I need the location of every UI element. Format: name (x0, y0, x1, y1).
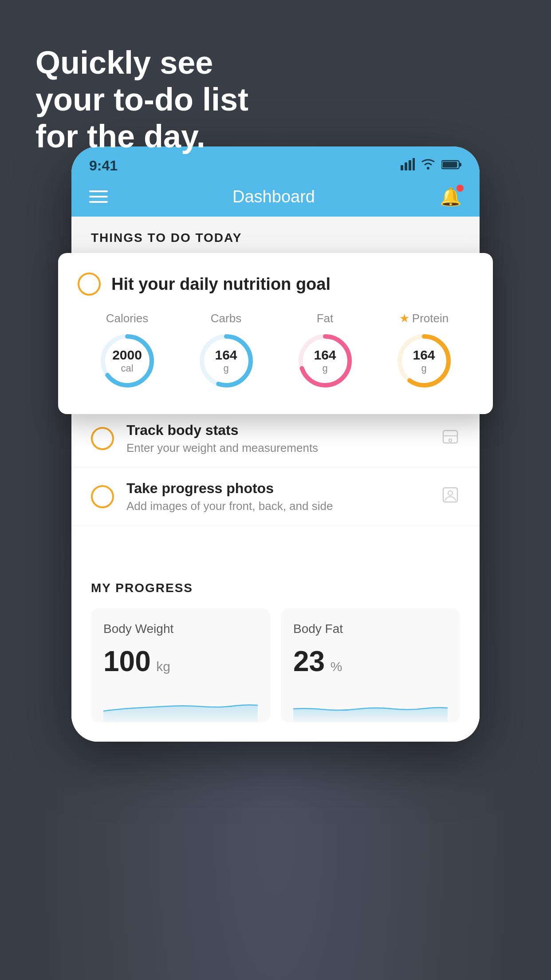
task-circle-photos (91, 485, 114, 508)
person-icon (441, 485, 460, 509)
body-weight-value: 100 (103, 645, 151, 677)
protein-ring: 164 g (393, 330, 455, 392)
fat-ring: 164 g (294, 330, 356, 392)
carbs-unit: g (215, 363, 237, 374)
star-icon: ★ (399, 312, 409, 325)
task-name-photos: Take progress photos (126, 480, 428, 497)
svg-rect-2 (409, 160, 411, 170)
svg-point-13 (448, 491, 453, 495)
protein-label-container: ★ Protein (399, 312, 449, 325)
headline-line1: Quickly see (35, 44, 248, 81)
nutrition-grid: Calories 2000 cal Carbs (78, 312, 473, 392)
fat-label: Fat (317, 312, 334, 325)
fat-value: 164 (314, 348, 336, 363)
body-fat-title: Body Fat (293, 622, 448, 636)
body-fat-unit: % (331, 659, 342, 674)
svg-rect-9 (443, 431, 457, 443)
svg-rect-6 (443, 162, 457, 168)
nutrition-fat[interactable]: Fat 164 g (294, 312, 356, 392)
headline: Quickly see your to-do list for the day. (35, 44, 248, 154)
progress-cards: Body Weight 100 kg (91, 609, 460, 742)
headline-line3: for the day. (35, 118, 248, 155)
scale-icon (441, 427, 460, 450)
calories-value: 2000 (112, 348, 142, 363)
svg-rect-1 (405, 162, 407, 170)
status-icons (401, 158, 462, 174)
body-fat-value-area: 23 % (293, 645, 448, 678)
headline-line2: your to-do list (35, 81, 248, 118)
body-fat-value: 23 (293, 645, 325, 677)
body-weight-value-area: 100 kg (103, 645, 258, 678)
task-desc-bodystats: Enter your weight and measurements (126, 441, 428, 455)
nutrition-calories[interactable]: Calories 2000 cal (96, 312, 158, 392)
notification-bell[interactable]: 🔔 (440, 186, 462, 207)
calories-unit: cal (112, 363, 142, 374)
task-item-bodystats[interactable]: Track body stats Enter your weight and m… (71, 410, 480, 468)
things-section-title: THINGS TO DO TODAY (91, 231, 460, 245)
svg-point-11 (449, 439, 452, 442)
calories-label: Calories (106, 312, 148, 325)
calories-ring: 2000 cal (96, 330, 158, 392)
body-weight-chart (103, 687, 258, 722)
card-title: Hit your daily nutrition goal (111, 275, 331, 294)
wifi-icon (420, 158, 436, 174)
card-header: Hit your daily nutrition goal (78, 273, 473, 296)
fat-unit: g (314, 363, 336, 374)
task-content-bodystats: Track body stats Enter your weight and m… (126, 422, 428, 455)
hamburger-menu[interactable] (89, 190, 108, 203)
task-circle-bodystats (91, 427, 114, 450)
task-name-bodystats: Track body stats (126, 422, 428, 439)
body-fat-card[interactable]: Body Fat 23 % (281, 609, 460, 722)
nav-bar: Dashboard 🔔 (71, 177, 480, 217)
notification-dot (457, 185, 464, 192)
carbs-label: Carbs (211, 312, 241, 325)
protein-value: 164 (413, 348, 435, 363)
signal-icon (401, 158, 415, 174)
svg-rect-7 (459, 163, 461, 166)
progress-title: MY PROGRESS (91, 581, 460, 595)
svg-rect-3 (413, 158, 415, 170)
task-content-photos: Take progress photos Add images of your … (126, 480, 428, 513)
progress-section: MY PROGRESS Body Weight 100 kg (71, 561, 480, 742)
card-check-circle (78, 273, 101, 296)
body-weight-unit: kg (156, 659, 170, 674)
floating-nutrition-card: Hit your daily nutrition goal Calories 2… (58, 253, 493, 414)
svg-rect-0 (401, 165, 403, 170)
battery-icon (441, 159, 462, 172)
body-weight-card[interactable]: Body Weight 100 kg (91, 609, 270, 722)
phone-frame: 9:41 (71, 146, 480, 742)
protein-unit: g (413, 363, 435, 374)
nav-title: Dashboard (232, 187, 315, 206)
protein-label: Protein (412, 312, 449, 325)
body-fat-chart (293, 687, 448, 722)
svg-point-4 (427, 167, 429, 170)
task-desc-photos: Add images of your front, back, and side (126, 499, 428, 513)
carbs-ring: 164 g (195, 330, 257, 392)
nutrition-protein[interactable]: ★ Protein 164 g (393, 312, 455, 392)
nutrition-carbs[interactable]: Carbs 164 g (195, 312, 257, 392)
task-item-photos[interactable]: Take progress photos Add images of your … (71, 468, 480, 526)
status-time: 9:41 (89, 158, 118, 174)
carbs-value: 164 (215, 348, 237, 363)
body-weight-title: Body Weight (103, 622, 258, 636)
